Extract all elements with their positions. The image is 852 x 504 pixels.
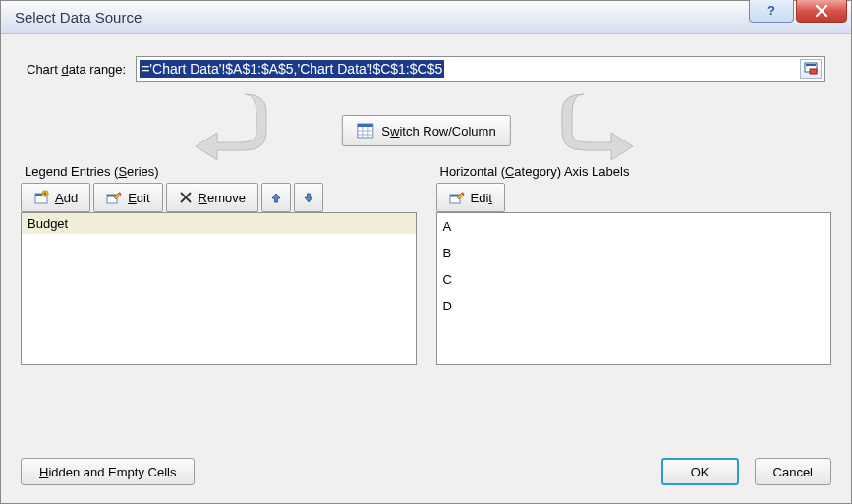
axis-toolbar: Edit [436, 183, 832, 212]
axis-title: Horizontal (Category) Axis Labels [440, 164, 832, 179]
close-button[interactable] [796, 0, 847, 23]
edit-icon [106, 190, 122, 205]
hidden-empty-cells-button[interactable]: Hidden and Empty Cells [21, 458, 195, 485]
list-item[interactable]: B [437, 240, 831, 266]
bottom-row: Hidden and Empty Cells OK Cancel [21, 458, 831, 485]
chart-range-row: Chart data range: ='Chart Data'!$A$1:$A$… [27, 56, 825, 82]
switch-icon [356, 123, 373, 139]
cancel-button[interactable]: Cancel [755, 458, 831, 485]
list-item[interactable]: Budget [22, 213, 416, 234]
remove-series-button[interactable]: Remove [166, 183, 258, 212]
list-item[interactable]: A [437, 213, 831, 240]
add-series-button[interactable]: Add [21, 183, 90, 212]
chart-range-value: ='Chart Data'!$A$1:$A$5,'Chart Data'!$C$… [140, 60, 444, 78]
edit-axis-button[interactable]: Edit [436, 183, 505, 212]
help-button[interactable]: ? [749, 0, 794, 23]
window-buttons: ? [749, 0, 847, 23]
collapse-dialog-button[interactable] [800, 59, 822, 79]
panels: Legend Entries (Series) Add [21, 164, 831, 365]
help-icon: ? [764, 3, 779, 19]
axis-panel: Horizontal (Category) Axis Labels Edit [436, 164, 832, 365]
list-item[interactable]: D [437, 293, 831, 319]
dialog-body: Chart data range: ='Chart Data'!$A$1:$A$… [13, 42, 839, 491]
move-down-button[interactable] [294, 183, 323, 212]
arrow-left-decor [186, 89, 274, 166]
down-arrow-icon [303, 192, 314, 203]
range-selector-icon [804, 62, 818, 76]
ok-button[interactable]: OK [661, 458, 739, 485]
chart-range-label: Chart data range: [27, 62, 126, 77]
titlebar: Select Data Source ? [1, 1, 851, 34]
select-data-source-dialog: Select Data Source ? Chart data range: =… [0, 0, 852, 504]
axis-listbox[interactable]: A B C D [436, 212, 832, 365]
edit-series-button[interactable]: Edit [93, 183, 162, 212]
svg-rect-3 [810, 69, 817, 74]
legend-listbox[interactable]: Budget [21, 212, 417, 365]
move-up-button[interactable] [261, 183, 291, 212]
switch-row-column-button[interactable]: Switch Row/Column [341, 115, 510, 146]
svg-rect-2 [806, 64, 816, 66]
switch-row: Switch Row/Column [21, 101, 831, 164]
edit-icon [449, 190, 465, 205]
remove-icon [179, 191, 193, 204]
legend-panel: Legend Entries (Series) Add [21, 164, 417, 365]
dialog-title: Select Data Source [15, 9, 142, 26]
close-icon [814, 3, 829, 19]
list-item[interactable]: C [437, 266, 831, 293]
switch-label: Switch Row/Column [381, 124, 495, 139]
svg-rect-5 [357, 124, 372, 127]
up-arrow-icon [270, 192, 282, 203]
legend-toolbar: Add Edit [21, 183, 417, 212]
legend-title: Legend Entries (Series) [25, 164, 417, 179]
chart-range-input[interactable]: ='Chart Data'!$A$1:$A$5,'Chart Data'!$C$… [136, 56, 825, 82]
arrow-right-decor [554, 89, 643, 166]
add-icon [33, 190, 49, 205]
svg-text:?: ? [767, 3, 775, 18]
